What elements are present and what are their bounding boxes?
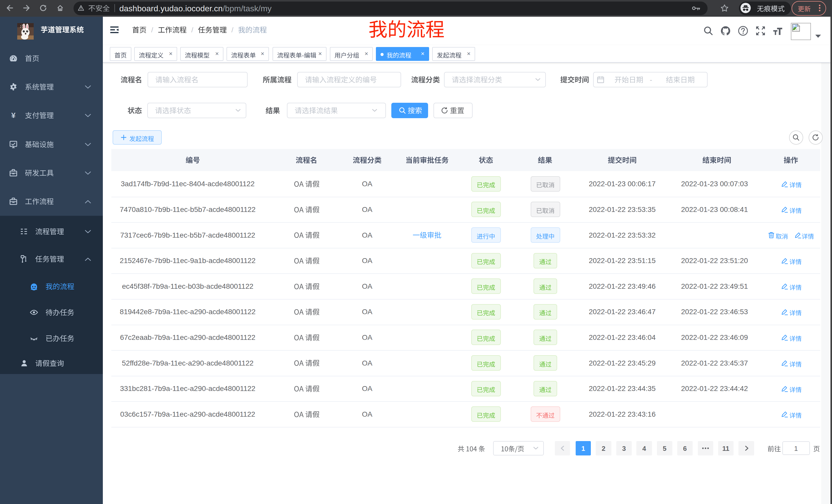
svg-text:¥: ¥ [11,111,16,119]
